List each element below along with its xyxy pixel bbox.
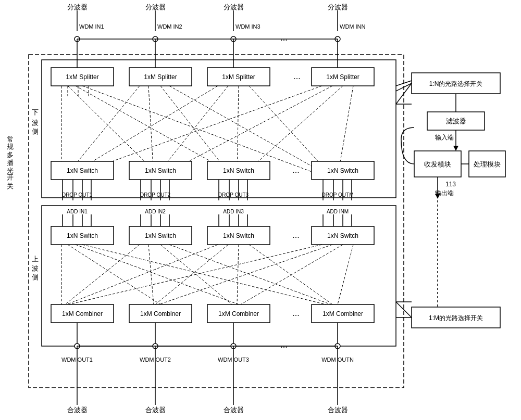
combiner-4-label: 1xM Combiner: [322, 310, 363, 317]
wdm-out3-label: WDM OUT3: [218, 357, 249, 363]
switch-add-3-label: 1xN Switch: [223, 232, 254, 239]
add-in3-label: ADD IN3: [223, 209, 244, 214]
dots-splitter: ...: [293, 72, 300, 81]
splitter-3-label: 1xM Splitter: [222, 73, 255, 81]
combiner-1-label: 1xM Combiner: [62, 310, 103, 317]
wdm-in1-label: WDM IN1: [79, 23, 104, 30]
diagram-container: 分波器 分波器 分波器 分波器 WDM IN1 WDM IN2 WDM IN3 …: [0, 0, 521, 420]
filter-label: 滤波器: [446, 117, 466, 125]
add-inm-label: ADD INM: [327, 209, 349, 214]
fenboqi-label-2: 分波器: [145, 3, 166, 11]
dots-combiner: ...: [292, 309, 299, 317]
combiner-3-label: 1xM Combiner: [218, 310, 259, 317]
drop-out2-label: DROP OUT2: [140, 192, 171, 198]
combiner-2-label: 1xM Combiner: [140, 310, 181, 317]
splitter-1-label: 1xM Splitter: [66, 73, 98, 81]
splitter-4-label: 1xM Splitter: [326, 73, 359, 81]
switch-drop-3-label: 1xN Switch: [223, 167, 254, 174]
switch-add-4-label: 1xN Switch: [327, 232, 358, 239]
switch-drop-4-label: 1xN Switch: [327, 167, 358, 174]
chuli-module-label: 处理模块: [474, 160, 501, 168]
drop-outm-label: DROP OUTM: [322, 192, 354, 198]
heboji-label-1: 合波器: [67, 406, 88, 414]
input-duan-label: 输入端: [435, 134, 454, 141]
wdm-outn-label: WDM OUTN: [321, 357, 354, 363]
heboji-label-2: 合波器: [145, 406, 166, 414]
switch-add-1-label: 1xN Switch: [67, 232, 98, 239]
wdm-out2-label: WDM OUT2: [140, 357, 171, 363]
fenboqi-label-3: 分波器: [224, 3, 244, 11]
switch-drop-2-label: 1xN Switch: [145, 167, 176, 174]
drop-out3-label: DROP OUT3: [218, 192, 249, 198]
wdm-in2-label: WDM IN2: [157, 23, 182, 30]
dots-top: ...: [280, 33, 287, 42]
heboji-label-3: 合波器: [224, 406, 244, 414]
fenboqi-label-1: 分波器: [67, 3, 88, 11]
add-in1-label: ADD IN1: [67, 209, 88, 214]
num-113-label: 113: [445, 181, 456, 188]
switch-drop-1-label: 1xN Switch: [67, 167, 98, 174]
fenboqi-label-4: 分波器: [328, 3, 348, 11]
one-to-m-switch-label: 1:M的光路选择开关: [429, 314, 483, 322]
drop-out1-label: DROP OUT1: [62, 192, 93, 198]
one-to-n-switch-label: 1:N的光路选择开关: [429, 80, 483, 87]
dots-bottom: ...: [280, 340, 287, 349]
wdm-in3-label: WDM IN3: [235, 23, 260, 30]
switch-add-2-label: 1xN Switch: [145, 232, 176, 239]
dots-switch-add: ...: [292, 231, 299, 239]
wdm-out1-label: WDM OUT1: [61, 357, 93, 363]
shoufa-module-label: 收发模块: [424, 160, 451, 168]
heboji-label-4: 合波器: [328, 406, 348, 414]
add-in2-label: ADD IN2: [145, 209, 166, 214]
main-svg: 分波器 分波器 分波器 分波器 WDM IN1 WDM IN2 WDM IN3 …: [0, 0, 521, 420]
dots-switch-drop: ...: [292, 166, 299, 174]
splitter-2-label: 1xM Splitter: [144, 73, 177, 81]
wdm-inn-label: WDM INN: [340, 23, 366, 30]
